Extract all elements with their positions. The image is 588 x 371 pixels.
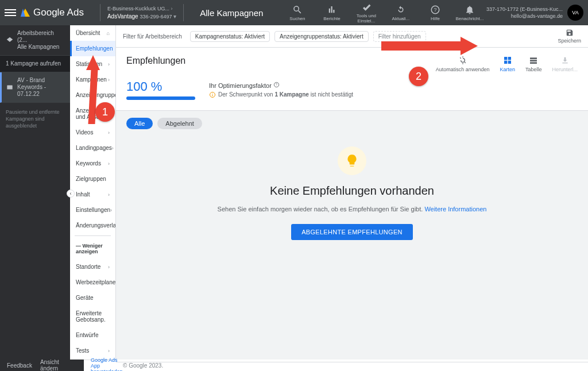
empty-state-area: Alle Abgelehnt Keine Empfehlungen vorhan…	[116, 111, 588, 258]
svg-point-10	[212, 93, 212, 94]
nav-item-ger-te[interactable]: Geräte	[70, 290, 115, 306]
nav-item-inhalt[interactable]: Inhalt›	[70, 187, 115, 202]
chip-rejected[interactable]: Abgelehnt	[157, 118, 202, 129]
nav-toggle[interactable]: — Weniger anzeigen	[70, 238, 115, 259]
optimization-score: 100 %	[126, 79, 195, 94]
reports-icon[interactable]: Berichte	[320, 5, 344, 21]
campaign-count[interactable]: 1 Kampagne aufrufen	[0, 56, 70, 72]
score-bar	[126, 96, 195, 100]
nav-item-keywords[interactable]: Keywords›	[70, 156, 115, 171]
rejected-recs-button[interactable]: ABGELEHNTE EMPFEHLUNGEN	[291, 224, 413, 240]
lightbulb-icon	[338, 146, 366, 175]
nav-item-entw-rfe[interactable]: Entwürfe	[70, 327, 115, 343]
left-sidebar: Arbeitsbereich (2...Alle Kampagnen 1 Kam…	[0, 25, 70, 360]
annotation-badge-1: 1	[95, 102, 115, 122]
change-view-link[interactable]: Ansicht ändern	[40, 359, 77, 371]
nav-item-landingpages[interactable]: Landingpages›	[70, 140, 115, 156]
opt-sub: Der Schwerpunkt von 1 Kampagne ist nicht…	[209, 91, 353, 98]
svg-rect-5	[504, 61, 507, 64]
account-right: 337-170-1772 (E-Business-Kuc... hello@ad…	[486, 6, 563, 20]
header-tools: Suchen Berichte Tools und Einstel... Akt…	[285, 2, 482, 24]
nav-item--bersicht[interactable]: Übersicht⌂	[70, 25, 115, 41]
filter-pill[interactable]: Anzeigengruppenstatus: Aktiviert	[274, 31, 369, 42]
download-button[interactable]: Herunterl...	[552, 56, 578, 72]
nav-item-standorte[interactable]: Standorte›	[70, 259, 115, 275]
warning-icon	[209, 91, 216, 98]
annotation-badge-2: 2	[409, 67, 428, 86]
active-campaign[interactable]: AV - Brand Keywords -07.12.22	[0, 72, 70, 103]
top-header: Google Ads E-Business-Kuckluck UG... › A…	[0, 0, 588, 25]
search-icon[interactable]: Suchen	[285, 5, 310, 21]
recommendations-card: Empfehlungen Automatisch anwenden Karten…	[116, 48, 588, 111]
collapse-handle-icon[interactable]: ‹	[67, 190, 75, 198]
nav-item-videos[interactable]: Videos›	[70, 125, 115, 140]
main-area: Filter für Arbeitsbereich Kampagnenstatu…	[116, 25, 588, 360]
app-download-link[interactable]: Google Ads App herunterladen	[84, 360, 116, 371]
sidebar-note: Pausierte und entfernte Kampagnen sind a…	[0, 103, 70, 135]
footer: Feedback Ansicht ändern Google Ads App h…	[0, 360, 588, 371]
opt-score-block: 100 %	[126, 79, 195, 100]
account-selector[interactable]: E-Business-Kuckluck UG... › AdsVantage 3…	[107, 5, 176, 21]
chip-all[interactable]: Alle	[126, 118, 153, 129]
nav-item-tests[interactable]: Tests›	[70, 343, 115, 358]
refresh-icon[interactable]: Aktuali...	[389, 5, 413, 21]
nav-item-erweiterte-gebotsanp-[interactable]: Erweiterte Gebotsanp.	[70, 306, 115, 327]
tools-icon[interactable]: Tools und Einstel...	[354, 2, 378, 24]
notifications-icon[interactable]: Benachricht...	[458, 5, 482, 21]
cards-view-button[interactable]: Karten	[500, 56, 515, 72]
auto-apply-button[interactable]: Automatisch anwenden	[436, 56, 490, 72]
svg-rect-6	[508, 61, 510, 64]
filter-label: Filter für Arbeitsbereich	[123, 33, 182, 40]
svg-rect-3	[504, 57, 507, 60]
scope-selector[interactable]: Arbeitsbereich (2...Alle Kampagnen	[0, 25, 70, 56]
filter-bar: Filter für Arbeitsbereich Kampagnenstatu…	[116, 25, 588, 48]
divider	[183, 4, 184, 21]
campaign-scope-title: Alle Kampagnen	[200, 8, 263, 18]
table-view-button[interactable]: Tabelle	[525, 56, 542, 72]
logo-text: Google Ads	[33, 7, 84, 18]
svg-text:?: ?	[434, 7, 436, 13]
svg-rect-2	[7, 86, 12, 90]
empty-subtitle: Sehen Sie einfach morgen wieder nach, ob…	[208, 206, 496, 212]
svg-text:?: ?	[276, 83, 277, 86]
copyright: © Google 2023.	[123, 362, 163, 369]
info-icon[interactable]: ?	[273, 82, 280, 88]
annotation-arrow-2	[381, 37, 479, 54]
nav-item-zielgruppen[interactable]: Zielgruppen	[70, 171, 115, 187]
more-info-link[interactable]: Weitere Informationen	[424, 206, 486, 212]
svg-rect-4	[508, 57, 510, 60]
filter-pill[interactable]: Kampagnenstatus: Aktiviert	[190, 31, 270, 42]
nav-item-empfehlungen[interactable]: Empfehlungen	[70, 41, 115, 56]
feedback-link[interactable]: Feedback	[7, 362, 32, 369]
svg-rect-11	[212, 94, 213, 96]
divider	[100, 4, 100, 21]
menu-icon[interactable]	[5, 7, 16, 18]
nav-item-werbezeitplaner[interactable]: Werbezeitplaner›	[70, 275, 115, 290]
help-icon[interactable]: ?Hilfe	[423, 5, 447, 21]
save-button[interactable]: Speichern	[558, 29, 581, 44]
avatar[interactable]: VA	[567, 5, 583, 21]
page-title: Empfehlungen	[126, 56, 185, 66]
google-ads-logo-icon	[21, 9, 30, 17]
empty-title: Keine Empfehlungen vorhanden	[208, 184, 496, 198]
nav-item--nderungsverlauf[interactable]: Änderungsverlauf	[70, 218, 115, 233]
opt-label: Ihr Optimierungsfaktor ?	[209, 82, 353, 89]
nav-item-einstellungen[interactable]: Einstellungen›	[70, 202, 115, 218]
